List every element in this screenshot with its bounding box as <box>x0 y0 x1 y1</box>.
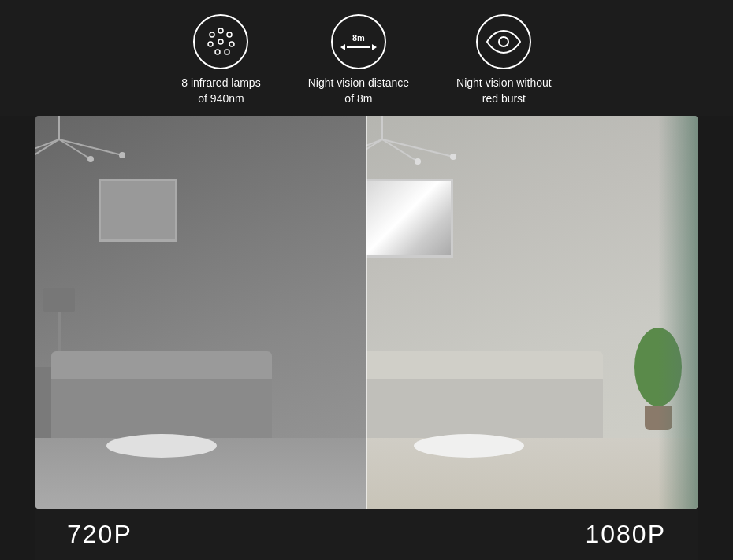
coffee-table-left <box>106 434 217 458</box>
sofa-left <box>51 375 272 438</box>
svg-point-16 <box>87 156 94 162</box>
feature-night-vision-distance: 8m Night vision distance of 8m <box>308 14 409 106</box>
ceiling-chandelier-left <box>35 116 138 179</box>
svg-point-0 <box>218 28 223 33</box>
svg-line-21 <box>382 139 418 161</box>
right-resolution-label: 1080P <box>585 520 666 549</box>
svg-line-22 <box>382 139 453 157</box>
distance-arrows-icon <box>340 44 377 50</box>
features-header: 8 infrared lamps of 940nm 8m Night visio… <box>0 0 733 116</box>
svg-point-7 <box>218 39 223 44</box>
curtain-right <box>658 116 698 509</box>
wall-art-left <box>99 179 177 242</box>
distance-icon: 8m <box>331 14 386 69</box>
coffee-table-right <box>414 434 524 458</box>
resolution-labels: 720P 1080P <box>35 509 698 560</box>
svg-point-26 <box>450 154 456 160</box>
svg-point-3 <box>225 50 229 54</box>
svg-point-1 <box>227 32 232 37</box>
svg-point-5 <box>208 42 213 46</box>
svg-line-13 <box>59 139 122 155</box>
svg-point-17 <box>119 152 125 158</box>
eye-icon <box>476 14 531 69</box>
distance-label: Night vision distance of 8m <box>308 76 409 106</box>
feature-infrared-lamps: 8 infrared lamps of 940nm <box>181 14 260 106</box>
lamps-icon <box>193 14 248 69</box>
svg-line-11 <box>35 139 59 159</box>
wall-art-right <box>366 179 453 258</box>
svg-point-6 <box>210 32 214 37</box>
left-resolution-label: 720P <box>67 520 132 549</box>
comparison-image <box>35 116 698 509</box>
sofa-right <box>366 375 603 438</box>
svg-point-8 <box>499 37 508 46</box>
svg-point-25 <box>415 158 421 165</box>
right-room-panel <box>366 116 698 509</box>
svg-line-12 <box>59 139 91 159</box>
infrared-label: 8 infrared lamps of 940nm <box>181 76 260 106</box>
feature-no-red-burst: Night vision without red burst <box>456 14 552 106</box>
svg-point-4 <box>215 50 220 54</box>
no-red-burst-label: Night vision without red burst <box>456 76 552 106</box>
scene-container <box>35 116 698 509</box>
lamp-shade <box>43 288 75 312</box>
left-room-panel <box>35 116 366 509</box>
split-divider <box>366 116 367 509</box>
svg-point-2 <box>229 42 234 46</box>
ceiling-chandelier-right <box>366 116 469 179</box>
